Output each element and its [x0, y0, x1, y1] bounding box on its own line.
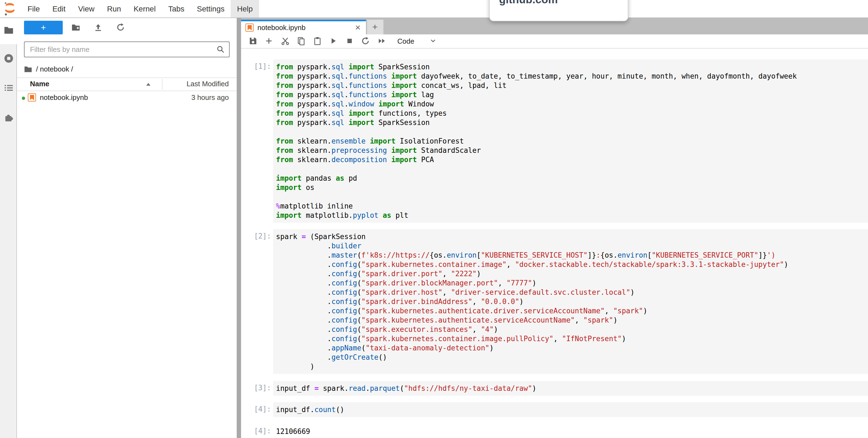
stop-icon[interactable] [345, 36, 354, 45]
save-icon[interactable] [249, 36, 257, 45]
menu-bar: File Edit View Run Kernel Tabs Settings … [0, 0, 868, 18]
home-folder-icon[interactable] [24, 65, 32, 73]
running-status-dot [22, 96, 25, 99]
new-launcher-button[interactable]: + [24, 21, 63, 34]
popup-site-label: github.com [499, 0, 558, 6]
file-row-notebook[interactable]: notebook.ipynb 3 hours ago [17, 91, 237, 104]
file-browser-panel: + / notebook / [17, 18, 237, 438]
cell-editor[interactable]: input_df.count() [273, 402, 868, 417]
sidebar-strip [0, 18, 17, 438]
jupyter-logo-icon [3, 1, 17, 17]
cut-icon[interactable] [281, 36, 289, 45]
file-browser-toolbar: + [17, 18, 237, 34]
code-cell-row: [1]:from pyspark.sql import SparkSession… [241, 59, 868, 223]
input-prompt: [3]: [241, 381, 273, 396]
code-cell-row: [2]:spark = (SparkSession .builder .mast… [241, 229, 868, 374]
output-area: 12106669 [273, 424, 868, 436]
filter-box [24, 41, 229, 57]
menu-run[interactable]: Run [101, 0, 127, 18]
menu-edit[interactable]: Edit [46, 0, 72, 18]
file-name: notebook.ipynb [40, 93, 88, 101]
breadcrumb-path: / notebook / [36, 65, 73, 73]
add-cell-icon[interactable] [265, 36, 274, 45]
code-cell-row: [3]:input_df = spark.read.parquet("hdfs:… [241, 381, 868, 396]
notebook-toolbar: Code [241, 34, 868, 48]
column-name[interactable]: Name [30, 80, 49, 88]
sort-ascending-icon[interactable] [146, 83, 151, 86]
menu-help[interactable]: Help [231, 0, 259, 18]
browser-popup: github.com [489, 0, 628, 21]
menu-settings[interactable]: Settings [191, 0, 231, 18]
restart-kernel-icon[interactable] [361, 36, 370, 45]
tab-title: notebook.ipynb [257, 24, 354, 32]
search-icon [216, 45, 224, 53]
upload-icon[interactable] [94, 23, 102, 32]
restart-run-all-icon[interactable] [377, 36, 386, 45]
new-tab-button[interactable]: + [367, 19, 383, 34]
breadcrumb[interactable]: / notebook / [24, 64, 237, 74]
cell-editor[interactable]: input_df = spark.read.parquet("hdfs://hd… [273, 381, 868, 396]
column-last-modified[interactable]: Last Modified [187, 80, 229, 88]
menu-view[interactable]: View [72, 0, 101, 18]
notebook-cells: [1]:from pyspark.sql import SparkSession… [241, 59, 868, 436]
notebook-scroll-area[interactable]: [1]:from pyspark.sql import SparkSession… [241, 48, 868, 438]
new-folder-icon[interactable] [71, 23, 80, 32]
input-prompt: [2]: [241, 229, 273, 374]
input-prompt: [1]: [241, 59, 273, 223]
code-cell-row: [4]:input_df.count() [241, 402, 868, 417]
notebook-tab-icon [245, 24, 254, 32]
chevron-down-icon [430, 38, 436, 44]
file-modified: 3 hours ago [191, 93, 229, 101]
menu-tabs[interactable]: Tabs [162, 0, 191, 18]
refresh-icon[interactable] [116, 23, 125, 32]
jupyterlab-app: File Edit View Run Kernel Tabs Settings … [0, 0, 868, 438]
tab-notebook[interactable]: notebook.ipynb × [241, 19, 366, 34]
extension-manager-icon[interactable] [4, 112, 13, 122]
output-row: [4]:12106669 [241, 424, 868, 436]
tab-close-icon[interactable]: × [354, 23, 362, 32]
panel-splitter[interactable] [237, 18, 241, 438]
file-browser-icon[interactable] [4, 25, 13, 35]
main-dock: notebook.ipynb × + [241, 18, 868, 438]
filter-files-input[interactable] [25, 42, 229, 57]
notebook-file-icon [28, 93, 36, 103]
cell-editor[interactable]: from pyspark.sql import SparkSession fro… [273, 59, 868, 223]
menu-kernel[interactable]: Kernel [127, 0, 162, 18]
output-prompt: [4]: [241, 424, 273, 436]
file-list-header: Name Last Modified [17, 78, 237, 91]
paste-icon[interactable] [313, 36, 322, 45]
input-prompt: [4]: [241, 402, 273, 417]
table-of-contents-icon[interactable] [4, 83, 13, 93]
running-kernels-icon[interactable] [4, 54, 13, 63]
menu-file[interactable]: File [21, 0, 46, 18]
cell-type-dropdown[interactable]: Code [397, 37, 436, 45]
copy-icon[interactable] [297, 36, 306, 45]
cell-editor[interactable]: spark = (SparkSession .builder .master(f… [273, 229, 868, 374]
run-icon[interactable] [329, 36, 338, 45]
cell-type-value: Code [397, 37, 414, 45]
